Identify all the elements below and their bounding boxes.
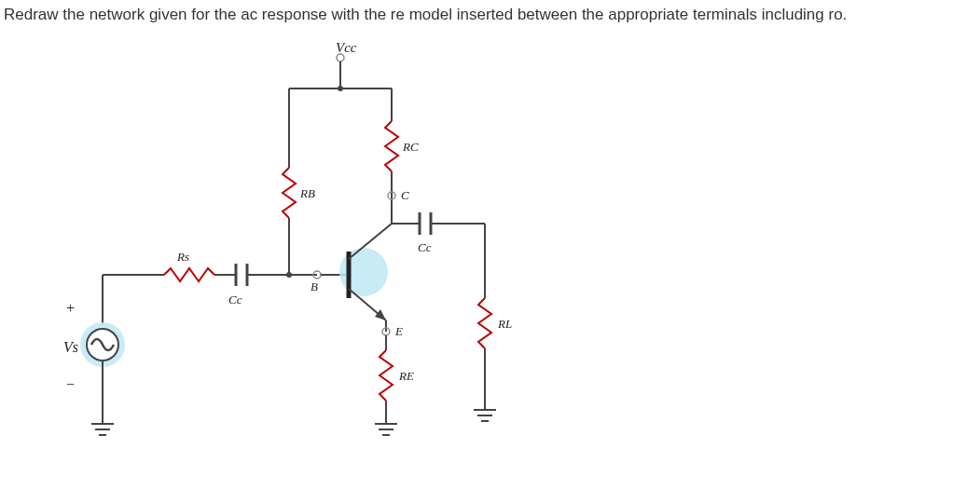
rc-label: RC: [402, 140, 419, 154]
cc2-label: Cc: [418, 240, 432, 254]
resistor-rs: [164, 268, 214, 281]
circuit-diagram: Vcc RB RC C Cc: [37, 37, 970, 484]
question-text: Redraw the network given for the ac resp…: [4, 6, 847, 24]
cc1-label: Cc: [228, 293, 242, 306]
b-label: B: [311, 279, 318, 293]
vcc-terminal: [337, 54, 344, 61]
resistor-re: [380, 350, 393, 401]
rb-label: RB: [299, 186, 315, 200]
plus-label: +: [65, 300, 76, 316]
vs-label: Vs: [63, 339, 78, 355]
resistor-rc: [385, 121, 398, 171]
resistor-rb: [283, 168, 296, 218]
c-label: C: [401, 188, 409, 202]
minus-label: −: [65, 376, 76, 392]
rl-label: RL: [497, 317, 512, 331]
e-label: E: [394, 324, 403, 338]
re-label: RE: [398, 369, 414, 383]
vcc-label: Vcc: [336, 40, 357, 55]
rs-label: Rs: [176, 250, 189, 264]
resistor-rl: [478, 298, 491, 348]
svg-marker-21: [375, 309, 386, 320]
